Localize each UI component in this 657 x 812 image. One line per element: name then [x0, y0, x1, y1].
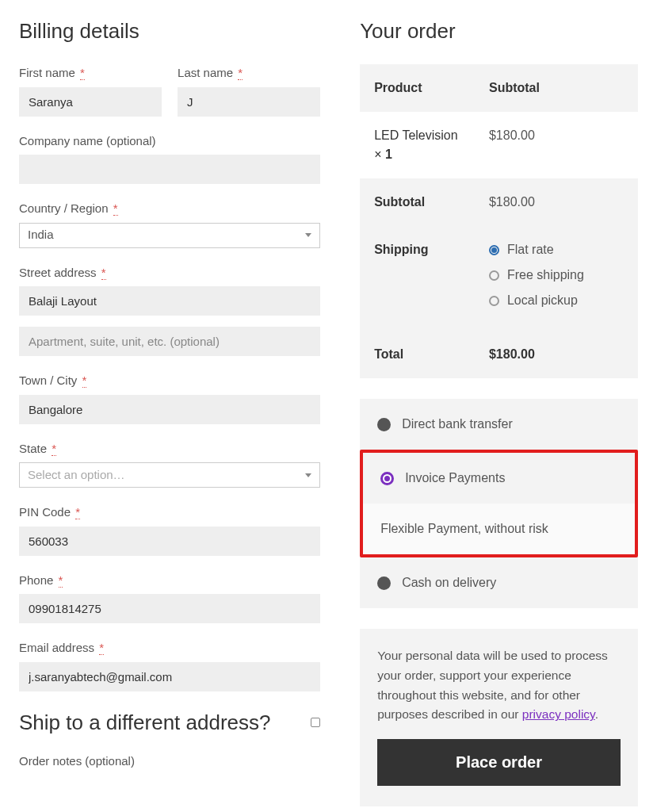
payment-methods: Direct bank transfer Invoice Payments Fl… — [360, 399, 638, 608]
pin-input[interactable] — [19, 527, 320, 556]
subtotal-value: $180.00 — [489, 193, 624, 212]
order-section: Your order Product Subtotal LED Televisi… — [360, 16, 638, 806]
highlight-box: Invoice Payments Flexible Payment, witho… — [360, 450, 638, 557]
order-notes-label: Order notes (optional) — [19, 753, 320, 771]
city-input[interactable] — [19, 395, 320, 424]
radio-unselected-icon — [377, 576, 391, 590]
phone-label: Phone * — [19, 572, 320, 590]
chevron-down-icon — [305, 233, 311, 237]
shipping-local-pickup[interactable]: Local pickup — [489, 291, 624, 310]
city-label: Town / City * — [19, 372, 320, 390]
last-name-input[interactable] — [178, 87, 320, 117]
subtotal-label: Subtotal — [374, 193, 489, 212]
state-label: State * — [19, 440, 320, 458]
state-select[interactable]: Select an option… — [19, 462, 320, 488]
subtotal-header: Subtotal — [489, 79, 624, 98]
street-input[interactable] — [19, 286, 320, 316]
payment-invoice-description: Flexible Payment, without risk — [363, 504, 635, 554]
email-input[interactable] — [19, 662, 320, 691]
product-header: Product — [374, 79, 489, 98]
country-label: Country / Region * — [19, 200, 320, 218]
first-name-label: First name * — [19, 64, 162, 82]
shipping-flat-rate[interactable]: Flat rate — [489, 240, 624, 259]
privacy-section: Your personal data will be used to proce… — [360, 629, 638, 806]
radio-selected-icon — [380, 472, 394, 485]
billing-heading: Billing details — [19, 16, 320, 47]
radio-unselected-icon — [377, 418, 391, 431]
country-select[interactable]: India — [19, 223, 320, 248]
order-heading: Your order — [360, 16, 638, 47]
chevron-down-icon — [305, 473, 311, 477]
company-label: Company name (optional) — [19, 132, 320, 151]
payment-invoice[interactable]: Invoice Payments — [363, 453, 635, 504]
phone-input[interactable] — [19, 594, 320, 623]
radio-selected-icon — [489, 245, 499, 255]
street2-input[interactable] — [19, 327, 320, 356]
billing-details-section: Billing details First name * Last name *… — [19, 16, 320, 806]
total-label: Total — [374, 345, 489, 364]
radio-empty-icon — [489, 270, 499, 281]
shipping-label: Shipping — [374, 240, 489, 316]
street-label: Street address * — [19, 264, 320, 282]
privacy-policy-link[interactable]: privacy policy — [522, 707, 595, 721]
payment-cod[interactable]: Cash on delivery — [360, 557, 638, 608]
last-name-label: Last name * — [178, 64, 320, 82]
shipping-free[interactable]: Free shipping — [489, 266, 624, 285]
radio-empty-icon — [489, 296, 499, 306]
pin-label: PIN Code * — [19, 504, 320, 522]
email-label: Email address * — [19, 639, 320, 657]
place-order-button[interactable]: Place order — [377, 739, 621, 786]
order-table: Product Subtotal LED Television × 1 $180… — [360, 64, 638, 378]
order-item-price: $180.00 — [489, 126, 624, 164]
ship-different-checkbox[interactable] — [311, 718, 320, 727]
order-item: LED Television × 1 — [374, 126, 489, 164]
privacy-text: Your personal data will be used to proce… — [377, 646, 621, 725]
payment-direct-bank[interactable]: Direct bank transfer — [360, 399, 638, 450]
ship-different-heading: Ship to a different address? — [19, 707, 271, 738]
first-name-input[interactable] — [19, 87, 162, 117]
total-value: $180.00 — [489, 345, 624, 364]
company-input[interactable] — [19, 155, 320, 184]
